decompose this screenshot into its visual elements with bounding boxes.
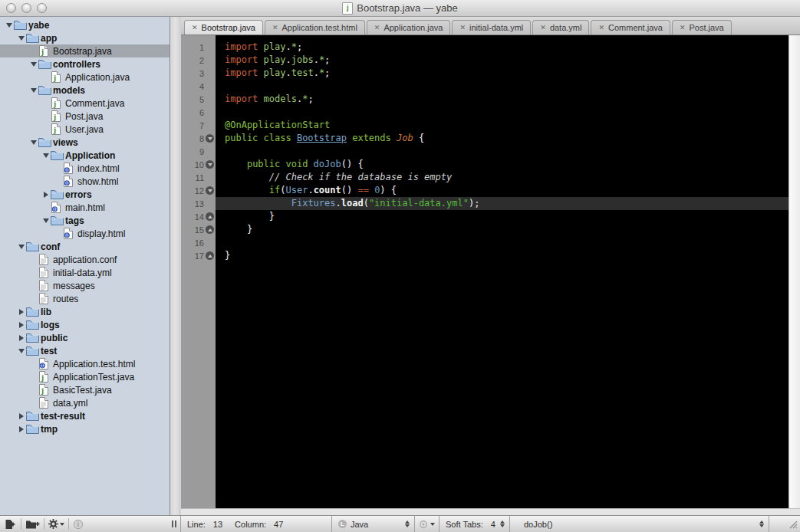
info-button[interactable]: i bbox=[70, 518, 87, 530]
tree-item-tmp[interactable]: tmp bbox=[0, 422, 170, 435]
fold-marker-up-icon[interactable] bbox=[206, 212, 214, 221]
disclosure-triangle[interactable] bbox=[17, 412, 26, 420]
disclosure-triangle[interactable] bbox=[17, 347, 26, 355]
code-line-9[interactable] bbox=[216, 145, 788, 158]
tree-item-views[interactable]: views bbox=[0, 136, 170, 149]
tree-item-messages[interactable]: messages bbox=[0, 279, 170, 292]
code-line-1[interactable]: import play.*; bbox=[216, 41, 788, 54]
tree-item-application.conf[interactable]: application.conf bbox=[0, 253, 170, 266]
code-line-14[interactable]: } bbox=[216, 210, 788, 223]
code-line-16[interactable] bbox=[216, 236, 788, 249]
tree-item-tags[interactable]: tags bbox=[0, 214, 170, 227]
tree-item-show.html[interactable]: show.html bbox=[0, 175, 170, 188]
disclosure-triangle[interactable] bbox=[17, 321, 26, 329]
actions-button[interactable] bbox=[45, 518, 67, 530]
tree-item-lib[interactable]: lib bbox=[0, 305, 170, 318]
tree-item-display.html[interactable]: display.html bbox=[0, 227, 170, 240]
bundle-actions-button[interactable] bbox=[415, 516, 440, 532]
tab-Comment.java[interactable]: ✕Comment.java bbox=[591, 20, 670, 34]
tab-close-icon[interactable]: ✕ bbox=[680, 25, 686, 31]
tab-initial-data.yml[interactable]: ✕initial-data.yml bbox=[452, 20, 531, 34]
drawer-resize-handle[interactable] bbox=[172, 521, 176, 527]
fold-marker-down-icon[interactable] bbox=[206, 160, 214, 169]
tree-item-Application.test.html[interactable]: Application.test.html bbox=[0, 357, 170, 370]
code-line-13[interactable]: Fixtures.load("initial-data.yml"); bbox=[216, 197, 788, 210]
code-line-15[interactable]: } bbox=[216, 223, 788, 236]
tab-Bootstrap.java[interactable]: ✕Bootstrap.java bbox=[184, 20, 263, 34]
tree-item-app[interactable]: app bbox=[0, 31, 170, 44]
tree-item-models[interactable]: models bbox=[0, 84, 170, 97]
tree-item-test[interactable]: test bbox=[0, 344, 170, 357]
tab-Post.java[interactable]: ✕Post.java bbox=[672, 20, 732, 34]
tree-item-controllers[interactable]: controllers bbox=[0, 57, 170, 71]
disclosure-triangle[interactable] bbox=[41, 217, 51, 225]
disclosure-triangle[interactable] bbox=[17, 34, 26, 42]
tree-item-errors[interactable]: errors bbox=[0, 188, 170, 201]
disclosure-triangle[interactable] bbox=[41, 191, 51, 199]
disclosure-triangle[interactable] bbox=[29, 87, 38, 94]
disclosure-triangle[interactable] bbox=[29, 139, 38, 146]
editor-vertical-scrollbar[interactable] bbox=[788, 35, 800, 508]
tree-item-initial-data.yml[interactable]: initial-data.yml bbox=[0, 266, 170, 279]
tree-item-Post.java[interactable]: jPost.java bbox=[0, 110, 170, 123]
window-titlebar[interactable]: j Bootstrap.java — yabe bbox=[0, 0, 800, 17]
tree-item-index.html[interactable]: index.html bbox=[0, 162, 170, 175]
code-line-6[interactable] bbox=[216, 106, 788, 119]
drawer-scrollbar[interactable] bbox=[170, 17, 180, 515]
tab-close-icon[interactable]: ✕ bbox=[272, 25, 278, 31]
tree-item-Comment.java[interactable]: jComment.java bbox=[0, 97, 170, 110]
tab-close-icon[interactable]: ✕ bbox=[540, 25, 546, 31]
code-line-4[interactable] bbox=[216, 80, 788, 93]
editor-horizontal-scrollbar[interactable] bbox=[181, 508, 800, 515]
disclosure-triangle[interactable] bbox=[5, 21, 14, 29]
tree-item-test-result[interactable]: test-result bbox=[0, 409, 170, 422]
file-tree[interactable]: yabeappjBootstrap.javacontrollersjApplic… bbox=[0, 17, 170, 515]
disclosure-triangle[interactable] bbox=[41, 152, 51, 159]
tree-item-main.html[interactable]: main.html bbox=[0, 201, 170, 214]
tab-Application.java[interactable]: ✕Application.java bbox=[367, 20, 451, 34]
code-line-7[interactable]: @OnApplicationStart bbox=[216, 119, 788, 132]
tree-item-Application[interactable]: Application bbox=[0, 149, 170, 162]
fold-marker-down-icon[interactable] bbox=[206, 186, 214, 195]
tab-close-icon[interactable]: ✕ bbox=[192, 25, 198, 31]
tree-item-logs[interactable]: logs bbox=[0, 318, 170, 331]
window-resize-grip[interactable] bbox=[769, 516, 800, 532]
tab-Application.test.html[interactable]: ✕Application.test.html bbox=[265, 20, 365, 34]
code-line-2[interactable]: import play.jobs.*; bbox=[216, 54, 788, 67]
disclosure-triangle[interactable] bbox=[17, 308, 26, 316]
fold-marker-up-icon[interactable] bbox=[206, 225, 214, 234]
tree-item-BasicTest.java[interactable]: jBasicTest.java bbox=[0, 383, 170, 396]
fold-marker-down-icon[interactable] bbox=[206, 134, 214, 143]
new-file-button[interactable] bbox=[2, 518, 20, 530]
code-line-5[interactable]: import models.*; bbox=[216, 93, 788, 106]
code-line-12[interactable]: if(User.count() == 0) { bbox=[216, 184, 788, 197]
new-folder-button[interactable] bbox=[22, 518, 43, 530]
code-line-11[interactable]: // Check if the database is empty bbox=[216, 171, 788, 184]
tab-close-icon[interactable]: ✕ bbox=[459, 25, 466, 31]
tab-close-icon[interactable]: ✕ bbox=[598, 25, 604, 31]
code-area[interactable]: import play.*;import play.jobs.*;import … bbox=[216, 35, 788, 508]
fold-marker-up-icon[interactable] bbox=[206, 251, 214, 260]
tree-item-data.yml[interactable]: data.yml bbox=[0, 396, 170, 409]
code-line-10[interactable]: public void doJob() { bbox=[216, 158, 788, 171]
tab-data.yml[interactable]: ✕data.yml bbox=[532, 20, 589, 34]
tree-item-public[interactable]: public bbox=[0, 331, 170, 344]
tree-item-yabe[interactable]: yabe bbox=[0, 18, 170, 31]
tree-item-conf[interactable]: conf bbox=[0, 240, 170, 253]
code-line-3[interactable]: import play.test.*; bbox=[216, 67, 788, 80]
language-selector[interactable]: L Java bbox=[332, 516, 415, 532]
disclosure-triangle[interactable] bbox=[17, 334, 26, 342]
code-line-8[interactable]: public class Bootstrap extends Job { bbox=[216, 132, 788, 145]
symbol-selector[interactable]: doJob() bbox=[510, 516, 769, 532]
disclosure-triangle[interactable] bbox=[29, 61, 38, 68]
tree-item-Bootstrap.java[interactable]: jBootstrap.java bbox=[0, 44, 170, 57]
tree-item-ApplicationTest.java[interactable]: jApplicationTest.java bbox=[0, 370, 170, 383]
tree-item-User.java[interactable]: jUser.java bbox=[0, 123, 170, 136]
soft-tabs-selector[interactable]: Soft Tabs: 4 bbox=[440, 516, 510, 532]
tree-item-routes[interactable]: routes bbox=[0, 292, 170, 305]
disclosure-triangle[interactable] bbox=[17, 425, 26, 433]
code-line-17[interactable]: } bbox=[216, 249, 788, 262]
tab-close-icon[interactable]: ✕ bbox=[374, 25, 380, 31]
disclosure-triangle[interactable] bbox=[17, 243, 26, 251]
tree-item-Application.java[interactable]: jApplication.java bbox=[0, 71, 170, 84]
